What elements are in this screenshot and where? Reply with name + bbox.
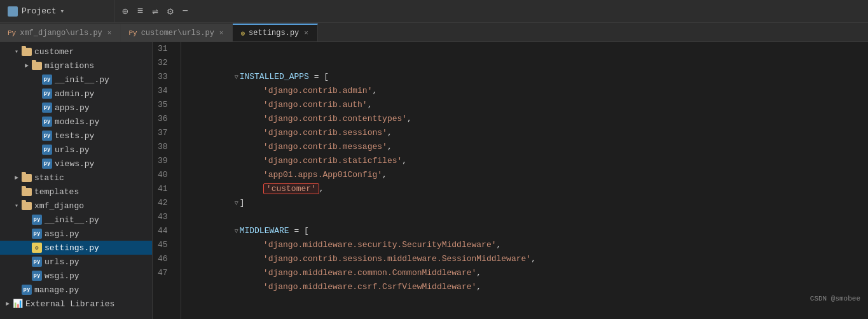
label-apps: apps.py (55, 103, 90, 113)
settings-icon[interactable]: ⚙ (167, 5, 174, 18)
sidebar-item-asgi[interactable]: py asgi.py (0, 227, 152, 241)
line-num-38: 38 (153, 140, 173, 154)
line-num-40: 40 (153, 168, 173, 182)
toolbar-icons: ⊕ ≡ ⇌ ⚙ − (114, 5, 196, 18)
sidebar-item-views[interactable]: py views.py (0, 157, 152, 171)
line-num-36: 36 (153, 112, 173, 126)
label-urls2: urls.py (45, 257, 79, 267)
code-line-34: 'django.contrib.auth', (194, 84, 868, 98)
tab-icon-customer: Py (128, 29, 137, 37)
tab-close-settings[interactable]: × (303, 29, 310, 38)
sidebar-item-urls1[interactable]: py urls.py (0, 143, 152, 157)
tab-xmf-urls[interactable]: Py xmf_django\urls.py × (0, 24, 121, 41)
tab-label-xmf: xmf_django\urls.py (20, 29, 102, 38)
sidebar-item-xmf-django[interactable]: ▾ xmf_django (0, 199, 152, 213)
tab-customer-urls[interactable]: Py customer\urls.py × (121, 24, 233, 41)
line-num-39: 39 (153, 154, 173, 168)
sidebar-item-init1[interactable]: py __init__.py (0, 73, 152, 87)
code-line-46: 'django.middleware.common.CommonMiddlewa… (194, 252, 868, 266)
project-icon (8, 6, 18, 17)
sidebar-item-settings[interactable]: ⚙ settings.py (0, 241, 152, 255)
label-init2: __init__.py (45, 215, 99, 225)
code-line-41: ▽] (194, 182, 868, 196)
file-icon-urls1: py (42, 145, 52, 155)
minimize-icon[interactable]: − (183, 6, 189, 17)
label-asgi: asgi.py (45, 229, 79, 239)
project-panel-header[interactable]: Project ▾ (0, 0, 114, 22)
code-line-32: ▽INSTALLED_APPS = [ (194, 56, 868, 70)
folder-icon-customer (22, 48, 32, 56)
file-icon-admin: py (42, 89, 52, 99)
label-migrations: migrations (45, 61, 94, 71)
file-icon-models: py (42, 117, 52, 127)
tab-close-xmf[interactable]: × (106, 29, 113, 38)
file-icon-asgi: py (32, 229, 42, 239)
line-num-34: 34 (153, 84, 173, 98)
line-num-45: 45 (153, 238, 173, 252)
arrow-spacer-6 (32, 145, 42, 155)
code-line-33: 'django.contrib.admin', (194, 70, 868, 84)
arrow-spacer-10 (22, 243, 32, 253)
tab-label-customer: customer\urls.py (141, 29, 214, 38)
sidebar-item-manage[interactable]: py manage.py (0, 283, 152, 297)
line-num-42: 42 (153, 196, 173, 210)
arrow-spacer-9 (22, 229, 32, 239)
sidebar-item-urls2[interactable]: py urls.py (0, 255, 152, 269)
split-icon[interactable]: ⇌ (152, 5, 158, 18)
label-templates: templates (34, 187, 79, 197)
file-icon-init2: py (32, 215, 42, 225)
code-line-35: 'django.contrib.contenttypes', (194, 98, 868, 112)
label-xmf-django: xmf_django (34, 201, 84, 211)
tabs-bar: Py xmf_django\urls.py × Py customer\urls… (0, 23, 868, 42)
arrow-customer: ▾ (11, 46, 22, 57)
tab-label-settings: settings.py (249, 29, 299, 38)
chart-icon: 📊 (13, 299, 23, 309)
sidebar-item-tests[interactable]: py tests.py (0, 129, 152, 143)
code-line-36: 'django.contrib.sessions', (194, 112, 868, 126)
arrow-migrations: ► (22, 60, 32, 71)
file-icon-tests: py (42, 131, 52, 141)
arrow-spacer-11 (22, 257, 32, 267)
sidebar-item-static[interactable]: ► static (0, 171, 152, 185)
code-line-42 (194, 196, 868, 210)
sidebar-item-external-libraries[interactable]: ► 📊 External Libraries (0, 297, 152, 311)
sidebar-item-migrations[interactable]: ► migrations (0, 59, 152, 73)
line-numbers: 31 32 33 34 35 36 37 38 39 40 41 42 43 4… (153, 42, 181, 319)
tab-close-customer[interactable]: × (218, 29, 225, 38)
file-icon-views: py (42, 159, 52, 169)
code-line-40: 'customer', (194, 168, 868, 182)
folder-icon-migrations (32, 62, 42, 70)
line-num-37: 37 (153, 126, 173, 140)
top-bar: Project ▾ ⊕ ≡ ⇌ ⚙ − (0, 0, 868, 23)
sidebar-item-customer[interactable]: ▾ customer (0, 45, 152, 59)
arrow-spacer-7 (32, 159, 42, 169)
line-num-41: 41 (153, 182, 173, 196)
arrow-spacer-13 (11, 285, 22, 295)
sidebar-item-apps[interactable]: py apps.py (0, 101, 152, 115)
arrow-spacer-8 (22, 215, 32, 225)
line-num-35: 35 (153, 98, 173, 112)
label-wsgi: wsgi.py (45, 271, 79, 281)
sidebar-item-admin[interactable]: py admin.py (0, 87, 152, 101)
code-line-38: 'django.contrib.staticfiles', (194, 140, 868, 154)
sidebar-item-templates[interactable]: templates (0, 185, 152, 199)
sidebar-item-init2[interactable]: py __init__.py (0, 213, 152, 227)
list-icon[interactable]: ≡ (137, 6, 144, 17)
sidebar-item-wsgi[interactable]: py wsgi.py (0, 269, 152, 283)
project-dropdown-arrow[interactable]: ▾ (60, 7, 65, 15)
folder-icon-static (22, 174, 32, 182)
line-num-32: 32 (153, 56, 173, 70)
main-content: ▾ customer ► migrations py __init__.py p… (0, 42, 868, 319)
folder-icon-templates (22, 188, 32, 196)
file-icon-init1: py (42, 74, 52, 85)
code-lines: ▽INSTALLED_APPS = [ 'django.contrib.admi… (181, 42, 868, 319)
line-num-33: 33 (153, 70, 173, 84)
tab-settings[interactable]: ⚙ settings.py × (233, 24, 317, 41)
editor-area[interactable]: 31 32 33 34 35 36 37 38 39 40 41 42 43 4… (153, 42, 868, 319)
label-views: views.py (55, 159, 94, 169)
globe-icon[interactable]: ⊕ (122, 5, 128, 18)
code-line-43: ▽MIDDLEWARE = [ (194, 210, 868, 224)
label-models: models.py (55, 117, 99, 127)
arrow-spacer-5 (32, 131, 42, 141)
sidebar-item-models[interactable]: py models.py (0, 115, 152, 129)
